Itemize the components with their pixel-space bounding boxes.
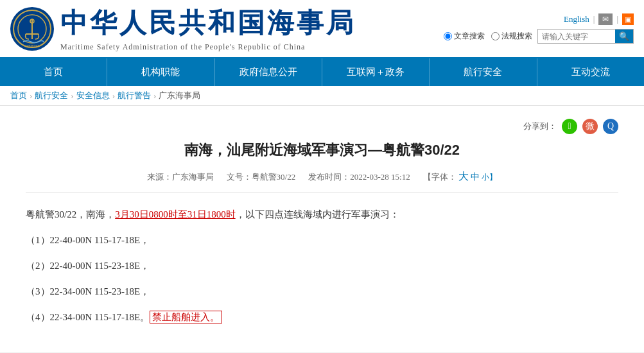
divider2: | (616, 14, 618, 24)
content-divider (26, 193, 618, 193)
radio-article-label: 文章搜索 (454, 31, 485, 42)
sep3: › (112, 90, 115, 101)
radio-law-label: 法规搜索 (501, 31, 532, 42)
sep1: › (30, 90, 32, 101)
breadcrumb-nav-warning[interactable]: 航行警告 (117, 90, 151, 101)
doc-no: 文号：粤航警30/22 (227, 171, 296, 183)
sep2: › (71, 90, 73, 101)
radio-article-input[interactable] (444, 32, 452, 40)
font-small[interactable]: 小】 (482, 173, 497, 182)
share-label: 分享到： (523, 121, 557, 132)
article-content: 分享到：  微 Q 南海，汕尾附近海域军事演习—粤航警30/22 来源：广东海… (0, 106, 644, 352)
sep4: › (153, 90, 156, 101)
search-radios: 文章搜索 法规搜索 (444, 31, 532, 42)
no-entry-box: 禁止船舶进入。 (150, 311, 222, 323)
share-wechat[interactable]:  (562, 119, 577, 134)
nav-organization[interactable]: 机构职能 (107, 58, 214, 86)
divider1: | (593, 14, 595, 24)
body-para2: （1）22-40-00N 115-17-18E， (26, 230, 618, 250)
header-right: English | ✉ | ▣ 文章搜索 法规搜索 🔍 (444, 13, 634, 44)
nav-internet-gov[interactable]: 互联网＋政务 (322, 58, 430, 86)
body-para1: 粤航警30/22，南海，3月30日0800时至31日1800时，以下四点连线海域… (26, 205, 618, 224)
body-para5: （4）22-34-00N 115-17-18E。禁止船舶进入。 (26, 307, 618, 327)
breadcrumb-current: 广东海事局 (159, 90, 200, 101)
article-meta: 来源：广东海事局 文号：粤航警30/22 发布时间：2022-03-28 15:… (26, 170, 618, 184)
svg-text:CHINA MSA: CHINA MSA (25, 44, 39, 47)
breadcrumb: 首页 › 航行安全 › 安全信息 › 航行警告 › 广东海事局 (0, 86, 644, 106)
nav-interaction[interactable]: 互动交流 (537, 58, 644, 86)
nav-home[interactable]: 首页 (0, 58, 107, 86)
article-title: 南海，汕尾附近海域军事演习—粤航警30/22 (26, 141, 618, 160)
english-link[interactable]: English (564, 14, 589, 24)
site-logo: CHINA MSA (10, 7, 54, 51)
font-medium[interactable]: 中 (471, 172, 480, 182)
rss-icon[interactable]: ▣ (622, 13, 634, 25)
breadcrumb-nav-safety[interactable]: 航行安全 (35, 90, 68, 101)
site-title: 中华人民共和国海事局 (60, 5, 356, 41)
search-button[interactable]: 🔍 (615, 30, 633, 43)
mail-icon[interactable]: ✉ (598, 13, 613, 25)
share-bar: 分享到：  微 Q (26, 119, 618, 134)
site-header: CHINA MSA 中华人民共和国海事局 Maritime Safety Adm… (0, 0, 644, 58)
source-label: 来源：广东海事局 (147, 171, 214, 183)
main-nav: 首页 机构职能 政府信息公开 互联网＋政务 航行安全 互动交流 (0, 58, 644, 86)
body-line5-pre: （4）22-34-00N 115-17-18E。 (26, 312, 150, 322)
breadcrumb-home[interactable]: 首页 (10, 90, 27, 101)
breadcrumb-safety-info[interactable]: 安全信息 (76, 90, 110, 101)
search-input[interactable] (538, 30, 615, 43)
search-box: 🔍 (537, 29, 634, 44)
body-para4: （3）22-34-00N 115-23-18E， (26, 282, 618, 301)
site-title-area: 中华人民共和国海事局 Maritime Safety Administratio… (60, 5, 356, 52)
site-subtitle: Maritime Safety Administration of the Pe… (60, 42, 356, 52)
font-large[interactable]: 大 (458, 171, 469, 182)
body-para3: （2）22-40-00N 115-23-18E， (26, 256, 618, 275)
radio-law-input[interactable] (491, 32, 500, 40)
share-qq[interactable]: Q (603, 119, 618, 134)
logo-area: CHINA MSA 中华人民共和国海事局 Maritime Safety Adm… (10, 5, 356, 52)
pub-time: 发布时间：2022-03-28 15:12 (308, 171, 410, 183)
nav-gov-info[interactable]: 政府信息公开 (215, 58, 322, 86)
radio-law[interactable]: 法规搜索 (491, 31, 532, 42)
article-body: 粤航警30/22，南海，3月30日0800时至31日1800时，以下四点连线海域… (26, 205, 618, 327)
font-size-control: 【字体： 大 中 小】 (423, 170, 498, 184)
top-links: English | ✉ | ▣ (564, 13, 634, 25)
nav-navigation-safety[interactable]: 航行安全 (430, 58, 537, 86)
search-area: 文章搜索 法规搜索 🔍 (444, 29, 634, 44)
highlight-date: 3月30日0800时至31日1800时 (115, 209, 236, 220)
radio-article[interactable]: 文章搜索 (444, 31, 485, 42)
share-weibo[interactable]: 微 (582, 119, 598, 134)
